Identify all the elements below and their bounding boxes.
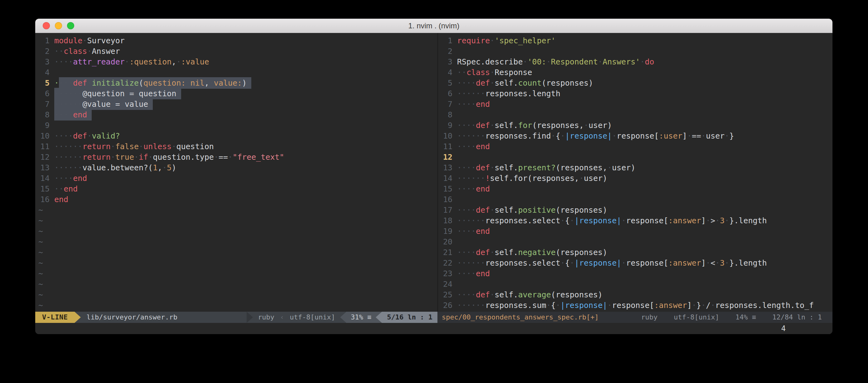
statusline-inactive[interactable]: spec/00_respondents_answers_spec.rb[+] r… (437, 312, 833, 323)
line-number: 23 (438, 269, 453, 279)
line-number: 3 (35, 57, 50, 67)
code-line[interactable]: 15····end (438, 184, 833, 194)
line-number: 15 (438, 184, 453, 194)
statusline-encoding: utf-8[unix] (665, 312, 727, 323)
code-line[interactable]: 5····def·self.count(responses) (438, 78, 833, 89)
line-number: 5 (438, 78, 453, 89)
code-line[interactable]: 3RSpec.describe·'00:·Respondent·Answers'… (438, 57, 833, 67)
line-number: 19 (438, 226, 453, 237)
code-line[interactable]: 13······value.between?(1,·5) (35, 163, 437, 173)
pane-answer-rb[interactable]: 1module·Surveyor2··class·Answer3····attr… (35, 33, 437, 312)
code-line[interactable]: 18······responses.select·{·|response|·re… (438, 215, 833, 226)
code-line[interactable]: 12 (438, 152, 833, 163)
thin-separator-icon: ‹ (279, 312, 285, 323)
code-line[interactable]: 7······@value·=·value (35, 99, 437, 110)
code-line[interactable]: 7····end (438, 99, 833, 110)
line-number: 13 (35, 163, 50, 173)
code-line[interactable]: 11······return·false·unless·question (35, 141, 437, 152)
code-line[interactable]: 1require·'spec_helper' (438, 35, 833, 46)
code-line[interactable]: 25····def·self.average(responses) (438, 289, 833, 300)
code-line[interactable]: 8····end (35, 110, 437, 120)
code-line[interactable]: 13····def·self.present?(responses,·user) (438, 163, 833, 173)
line-number: 18 (438, 215, 453, 226)
code-line[interactable]: 10····def·valid? (35, 131, 437, 141)
line-number: 10 (35, 131, 50, 141)
code-line[interactable]: 1module·Surveyor (35, 35, 437, 46)
line-number: 10 (438, 131, 453, 141)
code-line[interactable]: 12······return·true·if·question.type·==·… (35, 152, 437, 163)
empty-buffer-line: ~ (35, 247, 437, 258)
line-number: 6 (35, 89, 50, 99)
code-line[interactable]: 19····end (438, 226, 833, 237)
powerline-arrow-icon (340, 312, 346, 323)
line-number: 8 (35, 110, 50, 120)
line-number: 14 (438, 173, 453, 184)
code-line[interactable]: 16 (438, 194, 833, 205)
line-number: 11 (35, 141, 50, 152)
code-line[interactable]: 23····end (438, 269, 833, 279)
line-number: 1 (438, 35, 453, 46)
statusline-filetype: ruby (253, 312, 279, 323)
powerline-arrow-icon (247, 312, 253, 323)
code-line[interactable]: 9····def·self.for(responses,·user) (438, 120, 833, 131)
nvim-terminal: 1module·Surveyor2··class·Answer3····attr… (35, 33, 833, 334)
line-number: 11 (438, 141, 453, 152)
statusline-scroll-percent: 14% ≡ (727, 312, 764, 323)
line-number: 12 (35, 152, 50, 163)
editor-splits: 1module·Surveyor2··class·Answer3····attr… (35, 33, 833, 312)
empty-buffer-line: ~ (35, 289, 437, 300)
line-number: 16 (438, 194, 453, 205)
line-number: 26 (438, 300, 453, 311)
line-number: 14 (35, 173, 50, 184)
pending-command-count: 4 (781, 324, 786, 333)
line-number: 24 (438, 279, 453, 289)
code-line[interactable]: 2··class·Answer (35, 46, 437, 57)
desktop: 1. nvim . (nvim) 1module·Surveyor2··clas… (0, 0, 868, 383)
code-line[interactable]: 16end (35, 194, 437, 205)
buffer-spec-rb: 1require·'spec_helper'23RSpec.describe·'… (438, 33, 833, 311)
code-line[interactable]: 14······!self.for(responses,·user) (438, 173, 833, 184)
code-line[interactable]: 2 (438, 46, 833, 57)
statusline-active[interactable]: V-LINE lib/surveyor/answer.rb ruby ‹ utf… (35, 312, 437, 323)
line-number: 17 (438, 205, 453, 215)
code-line[interactable]: 6······@question·=·question (35, 89, 437, 99)
statusline-scroll-percent: 31% ≡ (346, 312, 376, 323)
empty-buffer-line: ~ (35, 258, 437, 269)
code-line[interactable]: 22······responses.select·{·|response|·re… (438, 258, 833, 269)
code-line[interactable]: 9 (35, 120, 437, 131)
code-line[interactable]: 4··class·Response (438, 67, 833, 78)
line-number: 2 (35, 46, 50, 57)
code-line[interactable]: 14····end (35, 173, 437, 184)
empty-buffer-line: ~ (35, 269, 437, 279)
code-line[interactable]: 20 (438, 237, 833, 247)
code-line[interactable]: 11····end (438, 141, 833, 152)
window-title: 1. nvim . (nvim) (35, 19, 833, 33)
line-number: 2 (438, 46, 453, 57)
code-line[interactable]: 21····def·self.negative(responses) (438, 247, 833, 258)
line-number: 6 (438, 89, 453, 99)
statusline-filename: lib/surveyor/answer.rb (81, 312, 183, 323)
code-line[interactable]: 6······responses.length (438, 89, 833, 99)
mode-indicator: V-LINE (35, 312, 74, 323)
powerline-arrow-icon (74, 312, 81, 323)
empty-buffer-line: ~ (35, 279, 437, 289)
code-line[interactable]: 5····def·initialize(question:·nil,·value… (35, 78, 437, 89)
titlebar[interactable]: 1. nvim . (nvim) (35, 19, 833, 33)
code-line[interactable]: 24 (438, 279, 833, 289)
line-number: 13 (438, 163, 453, 173)
code-line[interactable]: 26······responses.sum·{·|response|·respo… (438, 300, 833, 311)
statusline-spacer (183, 312, 247, 323)
code-line[interactable]: 8 (438, 110, 833, 120)
line-number: 3 (438, 57, 453, 67)
code-line[interactable]: 10······responses.find·{·|response|·resp… (438, 131, 833, 141)
statusline-spacer (603, 312, 633, 323)
code-line[interactable]: 15··end (35, 184, 437, 194)
code-line[interactable]: 17····def·self.positive(responses) (438, 205, 833, 215)
terminal-window: 1. nvim . (nvim) 1module·Surveyor2··clas… (35, 19, 833, 334)
code-line[interactable]: 3····attr_reader·:question,·:value (35, 57, 437, 67)
code-line[interactable]: 4 (35, 67, 437, 78)
line-number: 25 (438, 289, 453, 300)
empty-buffer-line: ~ (35, 300, 437, 311)
line-number: 1 (35, 35, 50, 46)
pane-spec-rb[interactable]: 1require·'spec_helper'23RSpec.describe·'… (437, 33, 833, 312)
